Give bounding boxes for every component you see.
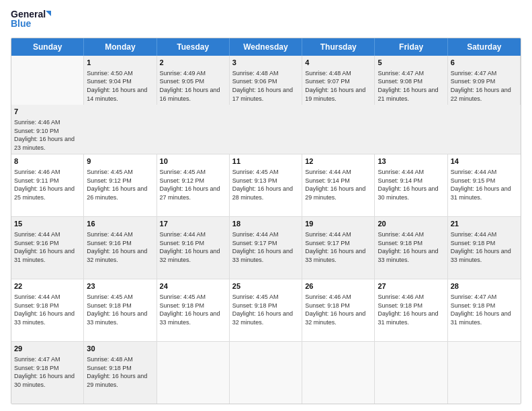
cell-info: Sunrise: 4:45 AM Sunset: 9:12 PM Dayligh… (160, 168, 226, 201)
cell-info: Sunrise: 4:45 AM Sunset: 9:12 PM Dayligh… (87, 168, 153, 201)
cal-cell-r1-c0: 8Sunrise: 4:46 AM Sunset: 9:11 PM Daylig… (11, 154, 84, 216)
cal-cell-r4-c3 (230, 342, 302, 404)
cell-info: Sunrise: 4:46 AM Sunset: 9:18 PM Dayligh… (305, 293, 371, 326)
cal-cell-r3-c6: 28Sunrise: 4:47 AM Sunset: 9:18 PM Dayli… (448, 279, 521, 341)
cell-info: Sunrise: 4:45 AM Sunset: 9:18 PM Dayligh… (160, 293, 226, 326)
calendar-header: SundayMondayTuesdayWednesdayThursdayFrid… (11, 38, 521, 56)
cell-info: Sunrise: 4:46 AM Sunset: 9:10 PM Dayligh… (14, 118, 81, 152)
cell-info: Sunrise: 4:44 AM Sunset: 9:14 PM Dayligh… (378, 168, 444, 201)
cell-info: Sunrise: 4:48 AM Sunset: 9:18 PM Dayligh… (87, 355, 153, 389)
logo-svg: General Blue (11, 8, 51, 32)
day-number: 14 (451, 156, 518, 167)
day-number: 4 (305, 58, 371, 68)
cal-cell-r0-c0 (11, 56, 84, 105)
day-number: 28 (451, 281, 518, 291)
day-number: 17 (160, 219, 226, 229)
cell-info: Sunrise: 4:44 AM Sunset: 9:18 PM Dayligh… (378, 230, 444, 264)
calendar-body: 1Sunrise: 4:50 AM Sunset: 9:04 PM Daylig… (11, 56, 521, 404)
calendar-row-2: 15Sunrise: 4:44 AM Sunset: 9:16 PM Dayli… (11, 217, 521, 279)
cell-info: Sunrise: 4:44 AM Sunset: 9:16 PM Dayligh… (87, 230, 153, 264)
calendar-row-0: 1Sunrise: 4:50 AM Sunset: 9:04 PM Daylig… (11, 56, 521, 154)
day-number: 6 (451, 58, 517, 68)
cal-cell-r4-c6 (448, 342, 521, 404)
day-number: 9 (87, 156, 153, 167)
day-number: 29 (14, 344, 81, 354)
day-number: 25 (232, 281, 299, 291)
cal-cell-r0-c6: 6Sunrise: 4:47 AM Sunset: 9:09 PM Daylig… (448, 56, 521, 105)
cell-info: Sunrise: 4:44 AM Sunset: 9:15 PM Dayligh… (451, 168, 518, 201)
day-number: 12 (305, 156, 371, 167)
cell-info: Sunrise: 4:44 AM Sunset: 9:14 PM Dayligh… (305, 168, 371, 201)
cal-cell-r1-c5: 13Sunrise: 4:44 AM Sunset: 9:14 PM Dayli… (375, 154, 447, 216)
cal-cell-r3-c1: 23Sunrise: 4:45 AM Sunset: 9:18 PM Dayli… (84, 279, 157, 341)
cal-cell-r4-c1: 30Sunrise: 4:48 AM Sunset: 9:18 PM Dayli… (84, 342, 157, 404)
cal-cell-r1-c1: 9Sunrise: 4:45 AM Sunset: 9:12 PM Daylig… (84, 154, 157, 216)
cell-info: Sunrise: 4:50 AM Sunset: 9:04 PM Dayligh… (87, 69, 153, 103)
cal-cell-r2-c0: 15Sunrise: 4:44 AM Sunset: 9:16 PM Dayli… (11, 217, 84, 279)
day-number: 27 (378, 281, 444, 291)
day-number: 8 (14, 156, 81, 167)
cell-info: Sunrise: 4:44 AM Sunset: 9:17 PM Dayligh… (232, 230, 299, 264)
cell-info: Sunrise: 4:45 AM Sunset: 9:13 PM Dayligh… (232, 168, 299, 201)
calendar: SundayMondayTuesdayWednesdayThursdayFrid… (11, 38, 521, 404)
cal-cell-r1-c2: 10Sunrise: 4:45 AM Sunset: 9:12 PM Dayli… (157, 154, 230, 216)
cal-cell-r0-c2: 2Sunrise: 4:49 AM Sunset: 9:05 PM Daylig… (157, 56, 230, 105)
calendar-row-4: 29Sunrise: 4:47 AM Sunset: 9:18 PM Dayli… (11, 342, 521, 404)
header-cell-tuesday: Tuesday (157, 38, 230, 56)
page: General Blue SundayMondayTuesdayWednesda… (0, 0, 532, 411)
cal-cell-r1-c4: 12Sunrise: 4:44 AM Sunset: 9:14 PM Dayli… (302, 154, 375, 216)
cal-cell-r3-c3: 25Sunrise: 4:45 AM Sunset: 9:18 PM Dayli… (230, 279, 302, 341)
calendar-row-3: 22Sunrise: 4:44 AM Sunset: 9:18 PM Dayli… (11, 279, 521, 342)
cal-cell-r4-c0: 29Sunrise: 4:47 AM Sunset: 9:18 PM Dayli… (11, 342, 84, 404)
cal-cell-r0-c4: 4Sunrise: 4:48 AM Sunset: 9:07 PM Daylig… (302, 56, 375, 105)
cell-info: Sunrise: 4:48 AM Sunset: 9:06 PM Dayligh… (232, 69, 299, 103)
cal-cell-r3-c5: 27Sunrise: 4:46 AM Sunset: 9:18 PM Dayli… (375, 279, 447, 341)
cell-info: Sunrise: 4:47 AM Sunset: 9:08 PM Dayligh… (378, 69, 444, 103)
day-number: 22 (14, 281, 81, 291)
day-number: 3 (232, 58, 299, 68)
cell-info: Sunrise: 4:47 AM Sunset: 9:18 PM Dayligh… (14, 355, 81, 389)
svg-text:Blue: Blue (11, 18, 32, 29)
cal-cell-r1-c3: 11Sunrise: 4:45 AM Sunset: 9:13 PM Dayli… (230, 154, 302, 216)
cal-cell-r4-c4 (302, 342, 375, 404)
day-number: 15 (14, 219, 81, 229)
cell-info: Sunrise: 4:44 AM Sunset: 9:18 PM Dayligh… (451, 230, 518, 264)
cell-info: Sunrise: 4:47 AM Sunset: 9:09 PM Dayligh… (451, 69, 517, 103)
day-number: 13 (378, 156, 444, 167)
cell-info: Sunrise: 4:44 AM Sunset: 9:16 PM Dayligh… (14, 230, 81, 264)
day-number: 18 (232, 219, 299, 229)
cal-cell-r0-c5: 5Sunrise: 4:47 AM Sunset: 9:08 PM Daylig… (375, 56, 447, 105)
day-number: 21 (451, 219, 518, 229)
cal-cell-r0-c3: 3Sunrise: 4:48 AM Sunset: 9:06 PM Daylig… (230, 56, 302, 105)
cell-info: Sunrise: 4:46 AM Sunset: 9:18 PM Dayligh… (378, 293, 444, 326)
day-number: 30 (87, 344, 153, 354)
cell-info: Sunrise: 4:46 AM Sunset: 9:11 PM Dayligh… (14, 168, 81, 201)
header-cell-saturday: Saturday (448, 38, 521, 56)
header: General Blue (11, 8, 521, 32)
cal-cell-r2-c2: 17Sunrise: 4:44 AM Sunset: 9:16 PM Dayli… (157, 217, 230, 279)
cell-info: Sunrise: 4:49 AM Sunset: 9:05 PM Dayligh… (160, 69, 226, 103)
header-cell-wednesday: Wednesday (230, 38, 302, 56)
header-cell-sunday: Sunday (11, 38, 84, 56)
cell-info: Sunrise: 4:48 AM Sunset: 9:07 PM Dayligh… (305, 69, 371, 103)
day-number: 5 (378, 58, 444, 68)
cal-cell-r2-c4: 19Sunrise: 4:44 AM Sunset: 9:17 PM Dayli… (302, 217, 375, 279)
header-cell-thursday: Thursday (302, 38, 375, 56)
cell-info: Sunrise: 4:44 AM Sunset: 9:16 PM Dayligh… (160, 230, 226, 264)
cell-info: Sunrise: 4:44 AM Sunset: 9:18 PM Dayligh… (14, 293, 81, 326)
cell-info: Sunrise: 4:44 AM Sunset: 9:17 PM Dayligh… (305, 230, 371, 264)
cal-cell-r3-c0: 22Sunrise: 4:44 AM Sunset: 9:18 PM Dayli… (11, 279, 84, 341)
day-number: 1 (87, 58, 153, 68)
cal-cell-r3-c2: 24Sunrise: 4:45 AM Sunset: 9:18 PM Dayli… (157, 279, 230, 341)
cal-cell-r2-c3: 18Sunrise: 4:44 AM Sunset: 9:17 PM Dayli… (230, 217, 302, 279)
day-number: 26 (305, 281, 371, 291)
day-number: 20 (378, 219, 444, 229)
day-number: 10 (160, 156, 226, 167)
day-number: 16 (87, 219, 153, 229)
cell-info: Sunrise: 4:47 AM Sunset: 9:18 PM Dayligh… (451, 293, 518, 326)
day-number: 23 (87, 281, 153, 291)
calendar-row-1: 8Sunrise: 4:46 AM Sunset: 9:11 PM Daylig… (11, 154, 521, 217)
cal-cell-r2-c6: 21Sunrise: 4:44 AM Sunset: 9:18 PM Dayli… (448, 217, 521, 279)
cal-cell-r2-c1: 16Sunrise: 4:44 AM Sunset: 9:16 PM Dayli… (84, 217, 157, 279)
day-number: 7 (14, 107, 81, 117)
